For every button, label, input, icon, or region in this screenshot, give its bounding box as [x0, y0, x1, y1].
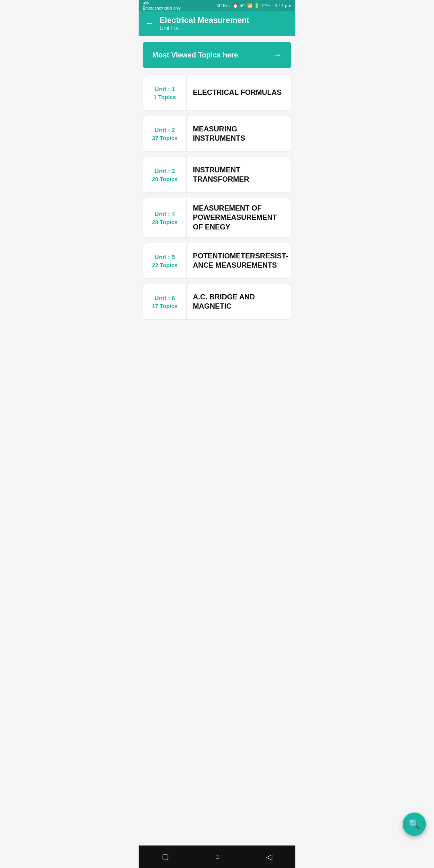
app-header: ← Electrical Measurement Unit List: [139, 11, 295, 36]
emergency-text: Emergency calls only: [143, 6, 180, 11]
battery-level: 77%: [261, 3, 270, 8]
time-display: 3:17 pm: [274, 3, 291, 8]
unit-2-title-block: MEASURING INSTRUMENTS: [187, 116, 291, 151]
unit-6-title-block: A.C. BRIDGE AND MAGNETIC: [187, 284, 291, 319]
unit-5-number: Unit : 5: [155, 254, 175, 260]
unit-6-title-text: A.C. BRIDGE AND MAGNETIC: [193, 293, 285, 311]
banner-label: Most Viewed Topics here: [152, 51, 238, 59]
unit-4-title-text: MEASUREMENT OF POWERMEASUREMENT OF ENEGY: [193, 204, 285, 232]
unit-1-topics: 1 Topics: [154, 94, 176, 100]
back-button[interactable]: ←: [145, 19, 154, 28]
unit-1-number: Unit : 1: [155, 86, 175, 92]
unit-4-title-block: MEASUREMENT OF POWERMEASUREMENT OF ENEGY: [187, 198, 291, 237]
page-title: Electrical Measurement: [160, 15, 249, 25]
unit-card-4[interactable]: Unit : 4 28 Topics MEASUREMENT OF POWERM…: [143, 198, 291, 238]
page-subtitle: Unit List: [160, 25, 249, 31]
unit-2-title-text: MEASURING INSTRUMENTS: [193, 125, 285, 143]
unit-5-title-block: POTENTIOMETERSRESIST-ANCE MEASUREMENTS: [187, 243, 291, 278]
unit-1-title-block: ELECTRICAL FORMULAS: [187, 75, 291, 111]
unit-2-info: Unit : 2 37 Topics: [143, 116, 187, 151]
unit-6-number: Unit : 6: [155, 295, 175, 301]
unit-3-number: Unit : 3: [155, 168, 175, 174]
header-text-block: Electrical Measurement Unit List: [160, 15, 249, 31]
unit-card-6[interactable]: Unit : 6 17 Topics A.C. BRIDGE AND MAGNE…: [143, 284, 291, 320]
unit-card-3[interactable]: Unit : 3 20 Topics INSTRUMENT TRANSFORME…: [143, 157, 291, 193]
unit-2-number: Unit : 2: [155, 127, 175, 133]
system-info: 40 K/s ⏰ 4G 📶 🔋 77% 3:17 pm: [217, 3, 291, 8]
unit-5-info: Unit : 5 22 Topics: [143, 243, 187, 278]
unit-4-info: Unit : 4 28 Topics: [143, 198, 187, 237]
unit-3-title-text: INSTRUMENT TRANSFORMER: [193, 166, 285, 184]
navigation-bar: ▢ ○ ◁: [139, 845, 295, 864]
carrier-name: airtel: [143, 0, 180, 6]
unit-3-info: Unit : 3 20 Topics: [143, 157, 187, 192]
nav-recents-icon[interactable]: ▢: [162, 852, 169, 861]
unit-3-title-block: INSTRUMENT TRANSFORMER: [187, 157, 291, 192]
unit-5-topics: 22 Topics: [152, 262, 178, 268]
unit-2-topics: 37 Topics: [152, 135, 178, 141]
unit-card-2[interactable]: Unit : 2 37 Topics MEASURING INSTRUMENTS: [143, 116, 291, 152]
unit-1-info: Unit : 1 1 Topics: [143, 75, 187, 111]
network-speed: 40 K/s: [217, 3, 230, 8]
unit-4-topics: 28 Topics: [152, 219, 178, 225]
unit-4-number: Unit : 4: [155, 211, 175, 217]
nav-back-icon[interactable]: ◁: [266, 852, 272, 862]
unit-card-5[interactable]: Unit : 5 22 Topics POTENTIOMETERSRESIST-…: [143, 243, 291, 279]
unit-3-topics: 20 Topics: [152, 176, 178, 182]
unit-card-1[interactable]: Unit : 1 1 Topics ELECTRICAL FORMULAS: [143, 75, 291, 111]
main-content: Most Viewed Topics here → Unit : 1 1 Top…: [139, 36, 295, 864]
unit-5-title-text: POTENTIOMETERSRESIST-ANCE MEASUREMENTS: [193, 252, 288, 270]
unit-6-topics: 17 Topics: [152, 303, 178, 309]
carrier-info: airtel Emergency calls only: [143, 0, 180, 11]
nav-home-icon[interactable]: ○: [215, 852, 220, 862]
status-bar: airtel Emergency calls only 40 K/s ⏰ 4G …: [139, 0, 295, 11]
banner-arrow-icon: →: [273, 50, 282, 60]
unit-6-info: Unit : 6 17 Topics: [143, 284, 187, 319]
most-viewed-button[interactable]: Most Viewed Topics here →: [143, 42, 291, 68]
unit-1-title-text: ELECTRICAL FORMULAS: [193, 88, 282, 97]
